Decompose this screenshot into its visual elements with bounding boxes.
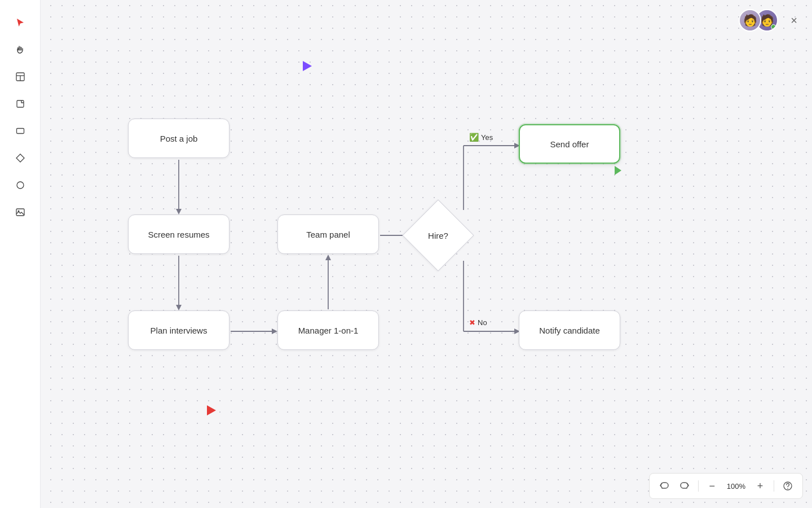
cursor-tool-icon[interactable]	[9, 11, 32, 34]
svg-rect-4	[16, 129, 24, 134]
bottom-toolbar: − 100% +	[649, 473, 803, 499]
svg-point-26	[787, 488, 788, 489]
node-notify-candidate[interactable]: Notify candidate	[519, 310, 620, 350]
svg-point-5	[17, 182, 24, 189]
rectangle-icon[interactable]	[9, 120, 32, 142]
yes-label: ✅ Yes	[469, 133, 493, 142]
image-icon[interactable]	[9, 201, 32, 224]
close-button[interactable]: ×	[785, 11, 803, 29]
diagram-canvas[interactable]: Post a job Screen resumes Plan interview…	[41, 0, 812, 508]
help-button[interactable]	[779, 477, 797, 495]
svg-marker-9	[176, 209, 182, 214]
cursor-red	[207, 405, 216, 415]
toolbar-divider-2	[774, 480, 774, 492]
diamond-icon[interactable]	[9, 147, 32, 169]
node-hire-decision[interactable]: Hire?	[413, 210, 464, 261]
collaborators-avatars: 🧑 🧑	[739, 9, 778, 32]
no-label: ✖ No	[469, 318, 487, 327]
redo-button[interactable]	[676, 477, 694, 495]
svg-marker-24	[615, 166, 621, 175]
left-sidebar	[0, 0, 41, 508]
svg-marker-11	[176, 305, 182, 310]
node-plan-interviews[interactable]: Plan interviews	[128, 310, 230, 350]
zoom-out-button[interactable]: −	[703, 477, 721, 495]
avatar-1: 🧑	[739, 9, 761, 32]
node-manager-1on1[interactable]: Manager 1-on-1	[277, 310, 379, 350]
svg-point-7	[17, 211, 19, 212]
toolbar-divider-1	[698, 480, 699, 492]
zoom-level-label: 100%	[723, 482, 749, 491]
sticky-note-icon[interactable]	[9, 93, 32, 115]
online-indicator	[771, 24, 776, 29]
cursor-purple	[303, 61, 312, 71]
svg-marker-15	[325, 255, 331, 260]
hand-tool-icon[interactable]	[9, 38, 32, 61]
zoom-in-button[interactable]: +	[751, 477, 769, 495]
circle-icon[interactable]	[9, 174, 32, 196]
undo-button[interactable]	[655, 477, 673, 495]
table-icon[interactable]	[9, 65, 32, 88]
svg-rect-3	[17, 100, 24, 107]
node-post-job[interactable]: Post a job	[128, 119, 230, 158]
node-screen-resumes[interactable]: Screen resumes	[128, 214, 230, 254]
node-team-panel[interactable]: Team panel	[277, 214, 379, 254]
node-send-offer[interactable]: Send offer	[519, 124, 620, 164]
top-right-controls: 🧑 🧑 ×	[739, 9, 803, 32]
svg-marker-13	[272, 329, 277, 334]
